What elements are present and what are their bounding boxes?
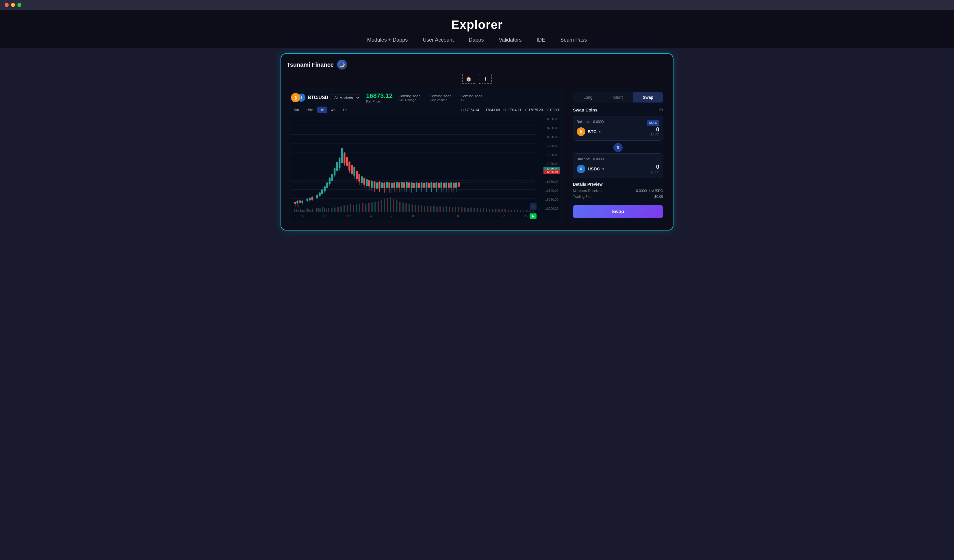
nav-modules-dapps[interactable]: Modules + Dapps: [367, 37, 408, 43]
svg-rect-171: [393, 182, 395, 188]
settings-button[interactable]: ⚙: [659, 107, 663, 113]
tab-short[interactable]: Short: [603, 92, 633, 103]
trade-panel: Long Short Swap Swap Coins ⚙ Balance: 0.…: [569, 88, 667, 224]
svg-rect-119: [329, 178, 330, 184]
svg-rect-135: [348, 162, 350, 171]
svg-rect-183: [408, 182, 410, 188]
svg-rect-26: [326, 209, 327, 212]
volume-stat: Coming soon... 24hr Volume: [429, 94, 454, 102]
swap-direction-button[interactable]: ⇅: [613, 143, 623, 152]
nav-links: Modules + Dapps User Account Dapps Valid…: [367, 37, 587, 43]
chart-area: 18500.00 18250.00 18000.00 17750.00 1750…: [291, 116, 560, 220]
svg-rect-123: [334, 168, 335, 175]
svg-rect-80: [492, 209, 493, 212]
home-icon-box[interactable]: 🏠: [462, 74, 475, 84]
minimize-dot[interactable]: [11, 3, 15, 7]
svg-rect-38: [362, 203, 363, 212]
timeframe-15m[interactable]: 15m: [303, 107, 316, 113]
top-nav: Explorer Modules + Dapps User Account Da…: [0, 10, 954, 48]
tab-long[interactable]: Long: [573, 92, 603, 103]
nav-user-account[interactable]: User Account: [423, 37, 454, 43]
svg-rect-51: [402, 203, 404, 212]
timeframe-5m[interactable]: 5m: [291, 107, 302, 113]
to-balance-value: 0.0000: [593, 157, 604, 161]
timeframe-1h[interactable]: 1h: [317, 107, 327, 113]
market-select[interactable]: All Markets: [330, 94, 360, 101]
to-balance: Balance: 0.0000: [577, 157, 659, 161]
price-axis: 18500.00 18250.00 18000.00 17750.00 1750…: [537, 116, 560, 212]
svg-rect-30: [337, 207, 338, 212]
svg-rect-70: [461, 207, 462, 212]
to-coin-selector[interactable]: $ USDC ▾: [577, 165, 604, 173]
nav-dapps[interactable]: Dapps: [469, 37, 484, 43]
date-25: 25: [301, 214, 304, 218]
svg-rect-20: [312, 209, 313, 212]
tab-swap[interactable]: Swap: [633, 92, 663, 103]
svg-rect-89: [520, 210, 521, 212]
upload-icon-box[interactable]: ⬆: [479, 74, 492, 84]
svg-rect-90: [523, 210, 524, 212]
price-18250: 18250.00: [539, 126, 558, 130]
ohlcv-info: H 17954.14 L 17843.68 O 17914.21 C 17875…: [461, 108, 560, 112]
volume-label: 24hr Volume: [429, 98, 454, 102]
svg-rect-22: [318, 208, 319, 212]
svg-rect-201: [430, 182, 432, 188]
svg-rect-219: [453, 183, 454, 188]
ohlcv-l: L 17843.68: [483, 108, 500, 112]
pair-name: BTC/USD: [308, 95, 328, 100]
svg-rect-41: [371, 202, 373, 212]
date-axis: 25 28 Dec 4 7 10 13 16 19 22 25: [291, 212, 537, 220]
svg-rect-181: [405, 182, 407, 188]
swap-coins-title: Swap Coins: [573, 107, 597, 112]
svg-rect-191: [418, 183, 420, 188]
svg-rect-88: [517, 210, 518, 212]
date-22: 22: [502, 214, 505, 218]
svg-rect-52: [405, 203, 407, 212]
svg-rect-187: [413, 183, 415, 188]
svg-rect-72: [468, 208, 469, 212]
svg-rect-143: [359, 174, 360, 181]
usdc-coin-icon: $: [577, 165, 585, 173]
svg-rect-185: [411, 182, 413, 188]
chart-header: ₿ $ BTC/USD All Markets 16873.12 Pair Pr…: [291, 92, 560, 103]
svg-rect-31: [340, 206, 341, 212]
svg-rect-133: [346, 157, 348, 166]
svg-rect-50: [399, 202, 401, 212]
from-coin-box: Balance: 0.0000 MAX ₿ BTC ▾ 0 ~$0.00: [573, 116, 663, 141]
svg-rect-39: [365, 204, 366, 212]
green-arrow-button[interactable]: ▶: [530, 213, 536, 219]
svg-rect-223: [458, 182, 459, 187]
svg-rect-60: [430, 206, 431, 212]
svg-rect-25: [324, 208, 325, 212]
svg-rect-179: [403, 182, 405, 188]
ohlcv-o: O 17914.21: [503, 108, 522, 112]
svg-rect-147: [363, 178, 365, 185]
svg-rect-43: [377, 201, 379, 212]
min-received-label: Minimum Received: [573, 189, 602, 193]
timeframe-1d[interactable]: 1d: [340, 107, 349, 113]
swap-execute-button[interactable]: Swap: [573, 205, 663, 218]
max-button[interactable]: MAX: [647, 120, 659, 126]
change-stat: Coming soon... 24H Change: [398, 94, 424, 102]
nav-ide[interactable]: IDE: [536, 37, 545, 43]
to-coin-chevron: ▾: [602, 167, 604, 171]
nav-seam-pass[interactable]: Seam Pass: [560, 37, 587, 43]
close-dot[interactable]: [5, 3, 9, 7]
from-coin-name: BTC: [588, 129, 597, 134]
svg-rect-137: [351, 165, 353, 174]
svg-rect-42: [374, 202, 376, 212]
svg-rect-77: [483, 208, 484, 212]
svg-rect-55: [415, 205, 416, 212]
from-amount-usd: ~$0.00: [648, 133, 659, 137]
date-dec: Dec: [346, 214, 351, 218]
details-title: Details Preview: [573, 182, 663, 187]
timeframe-4h[interactable]: 4h: [329, 107, 338, 113]
titlebar: [0, 0, 954, 10]
from-coin-selector[interactable]: ₿ BTC ▾: [577, 128, 601, 136]
maximize-dot[interactable]: [17, 3, 21, 7]
nav-validators[interactable]: Validators: [499, 37, 522, 43]
svg-rect-59: [427, 205, 428, 212]
svg-rect-61: [433, 206, 435, 212]
expand-button[interactable]: »: [530, 203, 536, 210]
volume-value: Coming soon...: [429, 94, 454, 98]
